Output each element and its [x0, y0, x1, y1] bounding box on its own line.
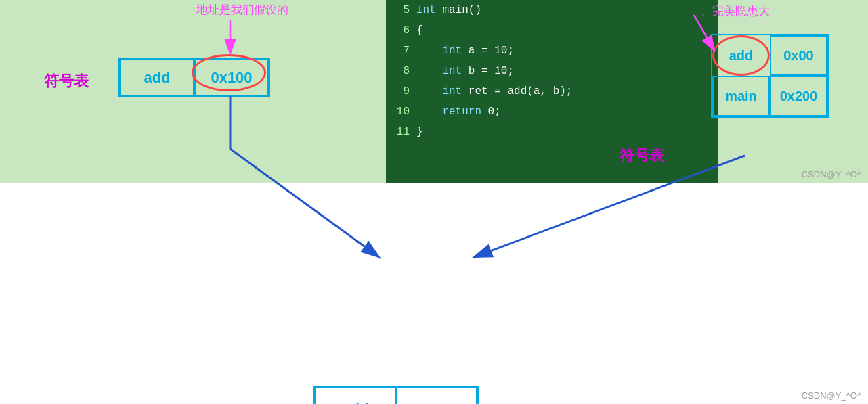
code-line-6: 6 { — [386, 20, 718, 41]
line-num-11: 11 — [386, 126, 416, 138]
line-num-9: 9 — [386, 85, 416, 97]
line-num-7: 7 — [386, 45, 416, 57]
code-line-5: 5 int main() — [386, 0, 718, 20]
line-content-11: } — [416, 126, 423, 138]
symbol-table-label-right: 符号表 — [620, 145, 664, 166]
symbol-table-label-left: 符号表 — [44, 71, 89, 91]
top-table-cell-addr: 0x100 — [194, 59, 269, 96]
code-line-9: 9 int ret = add(a, b); — [386, 81, 718, 102]
top-table-cell-add: add — [120, 59, 194, 96]
bst-row-1: add 0x100 — [315, 387, 477, 404]
line-num-6: 6 — [386, 24, 416, 37]
right-annotation: 、完美隐患大 — [701, 3, 770, 19]
rst-cell-add: add — [712, 35, 770, 76]
rst-row-2: main 0x200 — [712, 76, 827, 116]
rst-cell-0x00: 0x00 — [770, 35, 827, 76]
code-line-7: 7 int a = 10; — [386, 41, 718, 61]
rst-cell-0x200: 0x200 — [770, 76, 827, 116]
line-content-5: int main() — [416, 4, 481, 16]
csdn-watermark-bottom: CSDN@Y_^O^ — [802, 390, 861, 401]
address-annotation: 地址是我们假设的 — [196, 2, 288, 18]
bst-cell-0x100: 0x100 — [396, 387, 477, 404]
rst-cell-main: main — [712, 76, 770, 116]
line-num-10: 10 — [386, 106, 416, 118]
bottom-symbol-table: add 0x100 main 0x200 — [313, 386, 479, 404]
csdn-watermark-top: CSDN@Y_^O^ — [802, 169, 861, 179]
code-line-11: 11 } — [386, 122, 718, 142]
bottom-section: add 0x100 main 0x200 合并和重定位之后的符号表 CSDN@Y… — [0, 183, 868, 404]
line-content-7: int a = 10; — [416, 45, 514, 57]
code-line-10: 10 return 0; — [386, 102, 718, 122]
right-symbol-table: add 0x00 main 0x200 — [711, 34, 829, 118]
code-line-8: 8 int b = 10; — [386, 61, 718, 81]
bst-cell-add: add — [315, 387, 396, 404]
line-content-6: { — [416, 24, 423, 37]
line-content-9: int ret = add(a, b); — [416, 85, 572, 97]
line-content-8: int b = 10; — [416, 65, 514, 77]
line-num-8: 8 — [386, 65, 416, 77]
rst-row-1: add 0x00 — [712, 35, 827, 76]
line-num-5: 5 — [386, 4, 416, 16]
top-section: 符号表 地址是我们假设的 add 0x100 5 int main() 6 { … — [0, 0, 868, 183]
line-content-10: return 0; — [416, 106, 501, 118]
top-symbol-table: add 0x100 — [118, 58, 270, 97]
code-section: 5 int main() 6 { 7 int a = 10; 8 int b =… — [386, 0, 718, 183]
